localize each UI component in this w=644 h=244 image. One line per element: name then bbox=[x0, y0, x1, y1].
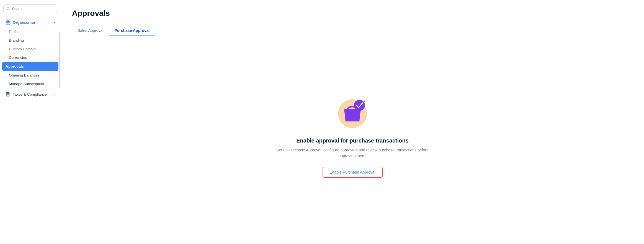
content-area: Enable approval for purchase transaction… bbox=[72, 36, 633, 235]
sidebar-item-manage-subscription[interactable]: Manage Subscription bbox=[2, 80, 58, 88]
sidebar-item-custom-domain[interactable]: Custom Domain bbox=[2, 45, 58, 53]
search-input[interactable] bbox=[12, 7, 54, 11]
scrollbar[interactable] bbox=[59, 32, 60, 88]
search-box[interactable] bbox=[3, 4, 57, 13]
tabs-container: Sales Approval Purchase Approval bbox=[72, 26, 633, 36]
sidebar-item-approvals[interactable]: Approvals bbox=[2, 62, 58, 71]
search-icon bbox=[6, 7, 10, 11]
sidebar-item-organization[interactable]: Organization ▾ bbox=[2, 17, 58, 27]
svg-line-1 bbox=[9, 9, 9, 10]
chevron-right-icon: › bbox=[54, 93, 55, 96]
content-description: Set up Purchase Approval, configure appr… bbox=[269, 147, 436, 159]
organization-label: Organization bbox=[13, 20, 37, 25]
tab-sales-approval[interactable]: Sales Approval bbox=[72, 26, 109, 36]
content-heading: Enable approval for purchase transaction… bbox=[296, 138, 409, 144]
sidebar-item-taxes-compliance[interactable]: Taxes & Compliance › bbox=[2, 89, 58, 99]
page-title: Approvals bbox=[72, 9, 633, 18]
enable-purchase-approval-button[interactable]: Enable Purchase Approval bbox=[323, 167, 383, 178]
purchase-approval-illustration bbox=[334, 94, 370, 130]
building-icon bbox=[6, 20, 11, 25]
chevron-down-icon: ▾ bbox=[53, 21, 55, 24]
sidebar-item-opening-balances[interactable]: Opening Balances bbox=[2, 71, 58, 80]
taxes-label: Taxes & Compliance bbox=[13, 92, 47, 96]
tab-purchase-approval[interactable]: Purchase Approval bbox=[109, 26, 155, 36]
main-content: Approvals Sales Approval Purchase Approv… bbox=[61, 0, 644, 244]
sidebar: Organization ▾ Profile Branding Custom D… bbox=[0, 0, 61, 244]
sidebar-item-currencies[interactable]: Currencies bbox=[2, 53, 58, 62]
sidebar-item-branding[interactable]: Branding bbox=[2, 36, 58, 45]
taxes-icon bbox=[6, 92, 11, 97]
nav-section: Organization ▾ Profile Branding Custom D… bbox=[0, 17, 61, 99]
search-container bbox=[0, 4, 61, 17]
sidebar-item-profile[interactable]: Profile bbox=[2, 27, 58, 36]
svg-rect-2 bbox=[6, 21, 10, 24]
